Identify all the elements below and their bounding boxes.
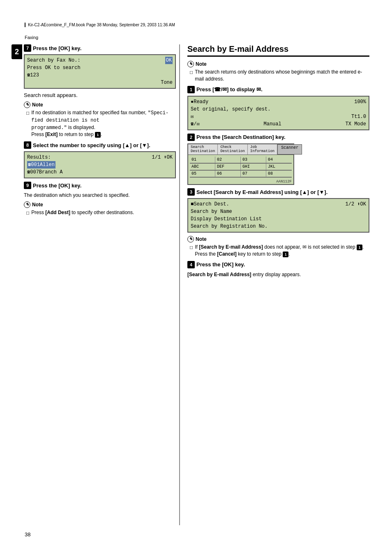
intro-note-title: ✎ Note [187, 61, 369, 67]
lcd-r1-left: Search by Fax No.: [27, 57, 81, 64]
note9-title: ✎ Note [24, 201, 176, 208]
dest-cell-07: 07 [241, 171, 266, 177]
lcd-r4 [27, 79, 30, 86]
step9-note: ✎ Note Press [Add Dest] to specify other… [24, 201, 176, 217]
step9-body: The destination which you searched is sp… [24, 192, 176, 199]
lcd8-r3: ☎007Branch A [27, 169, 62, 176]
step9-badge: 9 [24, 182, 31, 189]
meta-bar: Kir-C2-AEcombine_F_FM.book Page 38 Monda… [25, 23, 367, 27]
note3-item1: If [Search by E-mail Address] does not a… [187, 244, 369, 258]
tab-scanner[interactable]: Scanner [277, 144, 302, 155]
left-column: 2 7 Press the [OK] key. Search by Fax No… [24, 44, 176, 525]
lcd8-row1: Results: 1/1 ⬆OK [27, 154, 173, 161]
dest-grid-row1: 01 02 03 04 [190, 157, 292, 164]
rlcd1-r1-left: ●Ready [191, 98, 208, 106]
dest-footer: AAN112F [188, 179, 293, 184]
dest-tabs: SearchDestination CheckDestination JobIn… [188, 144, 293, 155]
rlcd1-row4: ☎/✉ Manual TX Mode [191, 120, 366, 128]
note3-icon: ✎ [187, 236, 194, 242]
lcd8-r1-right: 1/1 ⬆OK [152, 154, 173, 161]
tab-job-info: JobInformation [248, 144, 277, 155]
lcd8-row3: ☎007Branch A [27, 169, 173, 176]
step3-note: ✎ Note If [Search by E-mail Address] doe… [187, 236, 369, 258]
lcd-r1-right: OK [165, 57, 173, 64]
section-label: Faxing [25, 35, 38, 40]
lcd-r4-right: Tone [161, 79, 173, 86]
rlcd1-r4-right: TX Mode [346, 120, 366, 128]
rstep4-heading: 4 Press the [OK] key. [187, 261, 369, 268]
meta-text: Kir-C2-AEcombine_F_FM.book Page 38 Monda… [28, 23, 175, 27]
step9-section: 9 Press the [OK] key. The destination wh… [24, 182, 176, 217]
rlcd3-r4: Search by Registration No. [191, 223, 267, 230]
rstep3-badge: 3 [187, 188, 195, 196]
intro-note: ✎ Note The search returns only destinati… [187, 61, 369, 83]
content-area: 2 7 Press the [OK] key. Search by Fax No… [24, 44, 369, 525]
step8-lcd: Results: 1/1 ⬆OK ☎001Allen ☎007Branch A [24, 151, 176, 178]
lcd8-row2: ☎001Allen [27, 161, 173, 169]
dest-cell-02: 02 [215, 157, 241, 163]
lcd-row1: Search by Fax No.: OK [27, 57, 173, 64]
rstep1-heading: 1 Press [☎/✉] to display ✉. [187, 86, 369, 93]
dest-cell-01: 01 [190, 157, 215, 163]
intro-note-item1: The search returns only destinations who… [187, 69, 369, 83]
step8-heading: 8 Select the number to specify using [▲]… [24, 141, 176, 149]
rstep3-heading: 3 Select [Search by E-mail Address] usin… [187, 188, 369, 196]
step7-heading: 7 Press the [OK] key. [24, 44, 176, 52]
rlcd1-row3: ✉ Tt1.0 [191, 113, 366, 120]
note7-item1: If no destination is matched for specifi… [24, 109, 176, 138]
note9-icon: ✎ [24, 201, 30, 208]
right-column: Search by E-mail Address ✎ Note The sear… [187, 44, 369, 525]
right-section-title: Search by E-mail Address [187, 44, 369, 57]
rlcd3-r3: Display Destination List [191, 215, 262, 223]
rlcd1-r4-left: ☎/✉ [191, 120, 200, 128]
rlcd1-row1: ●Ready 100% [191, 98, 366, 106]
rlcd1-r3-left: ✉ [191, 113, 194, 120]
lcd-r2: Press OK to search [27, 64, 81, 72]
note7-title: ✎ Note [24, 102, 176, 108]
page-wrapper: Kir-C2-AEcombine_F_FM.book Page 38 Monda… [0, 0, 392, 554]
rstep3-lcd: ■Search Dest. 1/2 ⬆OK Search by Name Dis… [187, 198, 369, 233]
rlcd3-row1: ■Search Dest. 1/2 ⬆OK [191, 201, 366, 208]
step7-badge: 7 [24, 44, 31, 52]
step7-note: ✎ Note If no destination is matched for … [24, 102, 176, 138]
step8-badge: 8 [24, 141, 31, 149]
rlcd1-r1-right: 100% [354, 98, 366, 106]
rstep2-badge: 2 [187, 134, 195, 141]
lcd-row3: ☎123 [27, 72, 173, 79]
note3-title: ✎ Note [187, 236, 369, 242]
rlcd3-row2: Search by Name [191, 208, 366, 215]
dest-cell-05: 05 [190, 171, 215, 177]
rstep2-section: 2 Press the [Search Destination] key. Se… [187, 134, 369, 185]
rstep1-section: 1 Press [☎/✉] to display ✉. ●Ready 100% … [187, 86, 369, 130]
step7-lcd: Search by Fax No.: OK Press OK to search… [24, 54, 176, 89]
rlcd1-row2: Set original, specify dest. [191, 106, 366, 113]
step7-section: 7 Press the [OK] key. Search by Fax No.:… [24, 44, 176, 138]
step7-after: Search result appears. [24, 92, 176, 98]
rlcd3-r1-left: ■Search Dest. [191, 201, 229, 208]
page-number: 38 [25, 531, 30, 538]
rlcd3-row3: Display Destination List [191, 215, 366, 223]
rlcd3-r1-right: 1/2 ⬆OK [346, 201, 366, 208]
dest-cell-03: 03 [241, 157, 266, 163]
dest-cell-06: 06 [215, 171, 241, 177]
step8-section: 8 Select the number to specify using [▲]… [24, 141, 176, 178]
lcd-row4: Tone [27, 79, 173, 86]
note9-item1: Press [Add Dest] to specify other destin… [24, 209, 176, 217]
lcd-row2: Press OK to search [27, 64, 173, 72]
dest-cell-08: 08 [266, 171, 292, 177]
rlcd1-r2: Set original, specify dest. [191, 106, 270, 113]
rlcd3-r2: Search by Name [191, 208, 232, 215]
dest-cell-abc: ABC [190, 164, 215, 170]
rstep1-lcd: ●Ready 100% Set original, specify dest. … [187, 96, 369, 130]
rlcd1-r3-right: Tt1.0 [351, 113, 366, 120]
rstep4-badge: 4 [187, 261, 195, 268]
dest-cell-def: DEF [215, 164, 241, 170]
tab-check-dest: CheckDestination [218, 144, 247, 155]
dest-cell-04: 04 [266, 157, 292, 163]
note7-icon: ✎ [24, 102, 30, 108]
search-dest-ui: SearchDestination CheckDestination JobIn… [187, 143, 294, 185]
dest-grid-row2: ABC DEF GHI JKL [190, 164, 292, 171]
lcd8-r1-left: Results: [27, 154, 51, 161]
rlcd3-row4: Search by Registration No. [191, 223, 366, 230]
tab-search-dest: SearchDestination [188, 144, 218, 155]
